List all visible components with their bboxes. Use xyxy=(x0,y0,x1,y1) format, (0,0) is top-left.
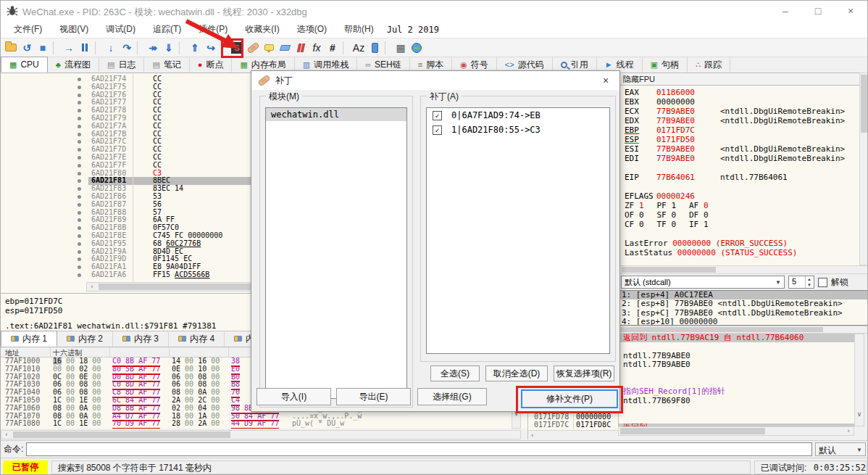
patch-list-item[interactable]: ✓0|6A7F1AD9:74->EB xyxy=(427,108,609,123)
step-into-icon[interactable]: ↓ xyxy=(104,40,118,56)
menu-item-4[interactable]: 插件(P) xyxy=(190,21,236,38)
scroll-thumb[interactable] xyxy=(99,284,258,290)
tab-流程图[interactable]: ♣流程图 xyxy=(48,57,99,73)
minimize-button[interactable]: – xyxy=(775,4,796,18)
execute-till-return-icon[interactable]: ⇑ xyxy=(188,40,202,56)
patch-list-item[interactable]: ✓1|6AD21F80:55->C3 xyxy=(427,123,609,137)
tab-句柄[interactable]: ▣句柄 xyxy=(643,57,688,73)
scroll-thumb[interactable] xyxy=(620,327,823,332)
register-row[interactable]: ESP0171FD50 xyxy=(619,135,859,144)
restore-selected-button[interactable]: 恢复选择项(R) xyxy=(554,365,614,381)
stepper-arrows-icon[interactable]: ▲▼ xyxy=(805,276,813,288)
stack-info-row[interactable]: ntdll.77B69F80 xyxy=(619,397,854,405)
argument-row[interactable]: 2: [esp+8] 77B9ABE0 <ntdll.DbgUiRemoteBr… xyxy=(619,300,868,308)
scroll-down-icon[interactable]: ∨ xyxy=(855,410,864,419)
pick-groups-button[interactable]: 选择组(G) xyxy=(417,388,487,405)
stack-info-row[interactable] xyxy=(619,370,854,379)
register-row[interactable]: EIP77B64061ntdll.77B64061 xyxy=(619,173,859,182)
maximize-button[interactable]: □ xyxy=(807,4,829,18)
tab-日志[interactable]: ▤日志 xyxy=(99,57,144,73)
label-icon[interactable] xyxy=(277,40,292,56)
menu-item-1[interactable]: 视图(V) xyxy=(51,21,97,38)
hide-fpu-button[interactable]: 隐藏FPU xyxy=(618,73,868,86)
stack-row[interactable]: 0171FD7C0171FD8C xyxy=(528,421,618,429)
menu-item-3[interactable]: 追踪(T) xyxy=(144,21,190,38)
tab-CPU[interactable]: ▦CPU xyxy=(1,57,48,73)
close-button[interactable]: × xyxy=(840,4,861,18)
patch-icon[interactable] xyxy=(246,40,260,56)
menu-item-7[interactable]: 帮助(H) xyxy=(335,21,383,38)
stack-info-row[interactable]: ntdll.77B9ABE0 xyxy=(619,360,854,369)
comment-icon[interactable] xyxy=(262,40,276,56)
stack-info-vertical-scrollbar[interactable]: ∨ xyxy=(854,334,864,426)
stack-info-row[interactable]: 指向SEH_Record[1]的指针 xyxy=(619,387,854,396)
register-row[interactable]: EAX01186000 xyxy=(619,88,859,97)
menu-item-2[interactable]: 调试(D) xyxy=(97,21,144,38)
register-row[interactable]: ESI77B9ABE0<ntdll.DbgUiRemoteBreakin> xyxy=(619,144,859,154)
dump-row[interactable]: 77AF10801C 00 1E 00 70 D9 AF 77 28 00 2A… xyxy=(1,420,527,428)
scroll-left-icon[interactable]: ‹ xyxy=(1,431,12,439)
dump-horizontal-scrollbar[interactable]: ‹ xyxy=(1,430,521,439)
menu-item-5[interactable]: 收藏夹(I) xyxy=(236,21,288,38)
argument-depth-stepper[interactable]: 5 ▲▼ xyxy=(788,276,814,289)
menu-item-6[interactable]: 选项(O) xyxy=(288,21,335,38)
run-to-user-code-icon[interactable]: ↪ xyxy=(204,40,218,56)
module-list[interactable]: wechatwin.dll xyxy=(265,107,407,399)
open-file-icon[interactable] xyxy=(4,40,18,56)
menu-item-0[interactable]: 文件(F) xyxy=(5,21,51,38)
stack-info-row[interactable] xyxy=(619,342,854,351)
register-row[interactable]: EBP0171FD7C xyxy=(619,125,859,135)
dump-tab-1[interactable]: 内存 1 xyxy=(1,331,57,347)
attach-icon[interactable] xyxy=(367,40,382,56)
tab-断点[interactable]: ●断点 xyxy=(190,57,233,73)
scroll-thumb[interactable] xyxy=(13,431,230,438)
text-encoding-icon[interactable]: Az xyxy=(351,40,366,56)
stack-info-row[interactable] xyxy=(619,405,854,414)
stack-info-horizontal-scrollbar[interactable]: › xyxy=(618,426,854,436)
registers-horizontal-scrollbar[interactable] xyxy=(618,265,868,274)
export-button[interactable]: 导出(E) xyxy=(336,388,411,405)
patch-list[interactable]: ✓0|6A7F1AD9:74->EB✓1|6AD21F80:55->C3 xyxy=(426,107,610,354)
dialog-close-icon[interactable]: × xyxy=(598,73,614,88)
run-icon[interactable]: → xyxy=(62,40,76,56)
registers-pane[interactable]: EAX01186000EBX00000000ECX77B9ABE0<ntdll.… xyxy=(618,86,859,265)
pause-icon[interactable] xyxy=(78,40,92,56)
patch-checkbox[interactable]: ✓ xyxy=(433,125,442,135)
function-icon[interactable]: fx xyxy=(309,40,324,56)
deselect-all-button[interactable]: 取消全选(D) xyxy=(485,365,548,381)
stack-row[interactable]: 0171FD7800000000 xyxy=(528,413,618,421)
register-row[interactable]: EFLAGS00000246 xyxy=(619,191,859,201)
animate-into-icon[interactable]: ↠ xyxy=(146,40,160,56)
stack-info-row[interactable]: 返回到 ntdll.77B9AC19 自 ntdll.77B64060 xyxy=(619,334,854,342)
dump-tab-3[interactable]: 内存 3 xyxy=(113,331,169,347)
tab-笔记[interactable]: ▤笔记 xyxy=(144,57,189,73)
animate-over-icon[interactable]: ⇓ xyxy=(162,40,176,56)
dump-tab-2[interactable]: 内存 2 xyxy=(57,331,113,347)
dump-tab-4[interactable]: 内存 4 xyxy=(169,331,225,347)
argument-row[interactable]: 4: [esp+10] 00000000 xyxy=(619,318,868,326)
hash-icon[interactable]: # xyxy=(325,40,340,56)
select-all-button[interactable]: 全选(S) xyxy=(430,365,480,381)
register-row[interactable]: ECX77B9ABE0<ntdll.DbgUiRemoteBreakin> xyxy=(619,107,859,116)
arguments-pane[interactable]: 1: [esp+4] A0C17EEA2: [esp+8] 77B9ABE0 <… xyxy=(618,290,868,326)
calculator-icon[interactable]: ▦ xyxy=(393,40,408,56)
register-row[interactable]: EDI77B9ABE0<ntdll.DbgUiRemoteBreakin> xyxy=(619,154,859,163)
stop-icon[interactable]: ■ xyxy=(36,40,50,56)
bookmark-icon[interactable] xyxy=(293,40,308,56)
stack-info-pane[interactable]: 返回到 ntdll.77B9AC19 自 ntdll.77B64060 ntdl… xyxy=(618,334,854,426)
patch-checkbox[interactable]: ✓ xyxy=(433,111,442,120)
command-profile-dropdown[interactable]: 默认 ▼ xyxy=(815,442,866,456)
stack-info-row[interactable] xyxy=(619,415,854,424)
scroll-thumb[interactable] xyxy=(622,267,716,273)
restart-icon[interactable]: ↺ xyxy=(20,40,34,56)
import-button[interactable]: 导入(I) xyxy=(256,388,331,405)
module-list-item[interactable]: wechatwin.dll xyxy=(266,108,406,121)
patch-dialog-title-bar[interactable]: 补丁 xyxy=(251,71,619,90)
tab-跟踪[interactable]: ∴跟踪 xyxy=(688,57,730,73)
register-row[interactable]: EDX77B9ABE0<ntdll.DbgUiRemoteBreakin> xyxy=(619,116,859,125)
arguments-horizontal-scrollbar[interactable] xyxy=(618,326,868,334)
unlock-checkbox[interactable] xyxy=(818,278,827,287)
scroll-thumb[interactable] xyxy=(861,75,867,133)
scroll-right-icon[interactable]: › xyxy=(843,427,854,435)
scroll-thumb[interactable] xyxy=(620,428,765,434)
